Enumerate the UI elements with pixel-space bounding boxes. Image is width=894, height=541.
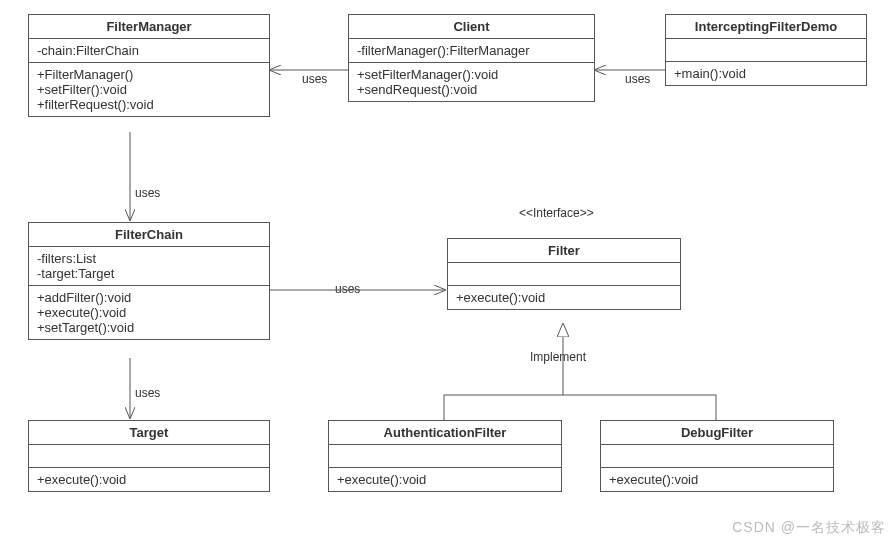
class-attrs [329, 445, 561, 468]
class-title: AuthenticationFilter [329, 421, 561, 445]
edge-label-uses: uses [302, 72, 327, 86]
class-title: Target [29, 421, 269, 445]
class-ops: +main():void [666, 62, 866, 85]
uml-class-diagram: FilterManager -chain:FilterChain +Filter… [0, 0, 894, 541]
class-ops: +execute():void [329, 468, 561, 491]
class-demo: InterceptingFilterDemo +main():void [665, 14, 867, 86]
class-attrs [29, 445, 269, 468]
class-ops: +addFilter():void +execute():void +setTa… [29, 286, 269, 339]
watermark: CSDN @一名技术极客 [732, 519, 886, 537]
edge-label-implement: Implement [530, 350, 586, 364]
class-debug-filter: DebugFilter +execute():void [600, 420, 834, 492]
class-attrs [666, 39, 866, 62]
class-attrs: -filters:List -target:Target [29, 247, 269, 286]
edge-label-uses: uses [335, 282, 360, 296]
class-attrs [448, 263, 680, 286]
class-attrs: -filterManager():FilterManager [349, 39, 594, 63]
class-client: Client -filterManager():FilterManager +s… [348, 14, 595, 102]
class-ops: +FilterManager() +setFilter():void +filt… [29, 63, 269, 116]
class-filter-manager: FilterManager -chain:FilterChain +Filter… [28, 14, 270, 117]
class-title: FilterChain [29, 223, 269, 247]
stereotype-interface: <<Interface>> [519, 206, 594, 220]
class-title: FilterManager [29, 15, 269, 39]
class-title: DebugFilter [601, 421, 833, 445]
class-title: Client [349, 15, 594, 39]
class-target: Target +execute():void [28, 420, 270, 492]
class-filter: Filter +execute():void [447, 238, 681, 310]
class-auth-filter: AuthenticationFilter +execute():void [328, 420, 562, 492]
class-ops: +setFilterManager():void +sendRequest():… [349, 63, 594, 101]
class-ops: +execute():void [448, 286, 680, 309]
class-attrs [601, 445, 833, 468]
class-ops: +execute():void [29, 468, 269, 491]
edge-label-uses: uses [135, 186, 160, 200]
edge-label-uses: uses [135, 386, 160, 400]
class-ops: +execute():void [601, 468, 833, 491]
edge-label-uses: uses [625, 72, 650, 86]
class-title: InterceptingFilterDemo [666, 15, 866, 39]
class-attrs: -chain:FilterChain [29, 39, 269, 63]
class-filter-chain: FilterChain -filters:List -target:Target… [28, 222, 270, 340]
class-title: Filter [448, 239, 680, 263]
